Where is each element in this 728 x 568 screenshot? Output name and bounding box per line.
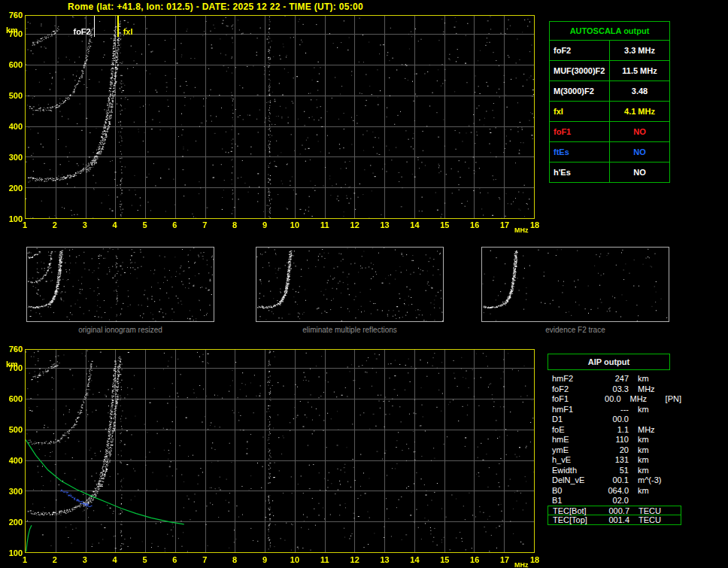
aip-row: TEC[Bot]000.7TECU bbox=[548, 506, 681, 516]
autoscala-row-value: NO bbox=[610, 142, 669, 162]
aip-row-label: foF2 bbox=[548, 384, 600, 395]
thumbnail-caption-eliminate: eliminate multiple reflections bbox=[255, 326, 444, 334]
aip-row: Ewidth51km bbox=[548, 466, 681, 476]
aip-row-unit: km bbox=[629, 374, 674, 384]
autoscala-row-label: ftEs bbox=[550, 142, 610, 162]
x-tick-label: 8 bbox=[226, 220, 244, 230]
thumbnail-evidence-canvas bbox=[482, 248, 669, 321]
y-tick-label: 760 bbox=[3, 11, 23, 20]
y-tick-label: 200 bbox=[3, 184, 23, 193]
x-tick-label: 10 bbox=[286, 555, 304, 565]
aip-row-label: B1 bbox=[548, 496, 600, 506]
aip-row-unit bbox=[629, 496, 674, 506]
aip-row-label: DelN_vE bbox=[548, 475, 600, 486]
y-tick-label: 300 bbox=[3, 153, 23, 162]
aip-row-unit: TECU bbox=[629, 515, 675, 524]
aip-row-value: 1.1 bbox=[600, 425, 629, 436]
y-tick-label: 600 bbox=[3, 60, 23, 69]
aip-row-label: hmE bbox=[548, 435, 600, 445]
aip-row-label: TEC[Top] bbox=[548, 515, 601, 524]
autoscala-row: MUF(3000)F211.5 MHz bbox=[550, 61, 669, 81]
aip-row-label: TEC[Bot] bbox=[548, 506, 601, 515]
x-tick-label: 8 bbox=[226, 555, 244, 565]
thumbnail-eliminate-canvas bbox=[256, 248, 443, 321]
fof2-marker-label: foF2 bbox=[65, 27, 91, 36]
aip-row-value: 247 bbox=[600, 374, 629, 384]
aip-row-label: h_vE bbox=[548, 455, 600, 466]
aip-row-value: 51 bbox=[600, 466, 629, 476]
y-axis-unit: km bbox=[6, 26, 18, 35]
aip-row-note bbox=[674, 425, 681, 436]
aip-row-value: --- bbox=[600, 405, 629, 415]
aip-row-note bbox=[674, 435, 681, 445]
aip-row: ymE20km bbox=[548, 445, 681, 456]
autoscala-row-label: fxI bbox=[550, 102, 610, 121]
aip-row-note bbox=[674, 445, 681, 456]
autoscala-window: Rome (lat: +41.8, lon: 012.5) - DATE: 20… bbox=[0, 0, 728, 568]
aip-row: foE1.1MHz bbox=[548, 425, 681, 436]
autoscala-row-value: NO bbox=[610, 163, 669, 182]
aip-row-unit: km bbox=[629, 405, 674, 415]
aip-row-note bbox=[674, 384, 681, 395]
x-tick-label: 3 bbox=[76, 555, 94, 565]
aip-row-unit: km bbox=[629, 466, 674, 476]
x-tick-label: 16 bbox=[466, 555, 484, 565]
aip-row-unit: km bbox=[629, 445, 674, 456]
aip-row-value: 00.0 bbox=[600, 415, 629, 425]
aip-row: B0064.0km bbox=[548, 486, 681, 497]
thumbnail-caption-original: original ionogram resized bbox=[26, 326, 215, 334]
x-tick-label: 1 bbox=[16, 220, 34, 230]
aip-row-unit: km bbox=[629, 435, 674, 445]
thumbnail-evidence-f2 bbox=[481, 247, 669, 322]
x-tick-label: 12 bbox=[346, 220, 364, 230]
autoscala-row-label: foF1 bbox=[550, 122, 610, 141]
autoscala-row-label: h'Es bbox=[550, 163, 610, 182]
autoscala-row: fxI4.1 MHz bbox=[550, 102, 669, 122]
aip-row-note bbox=[674, 405, 681, 415]
y-tick-label: 760 bbox=[3, 345, 23, 354]
thumbnail-eliminate-reflections bbox=[256, 247, 444, 322]
y-tick-label: 500 bbox=[3, 425, 23, 434]
autoscala-output-panel: AUTOSCALA output foF23.3 MHzMUF(3000)F21… bbox=[549, 21, 670, 183]
aip-row-label: Ewidth bbox=[548, 466, 600, 476]
aip-row: hmF1---km bbox=[548, 405, 681, 415]
autoscala-row-value: 4.1 MHz bbox=[610, 102, 669, 121]
aip-row-value: 000.7 bbox=[601, 506, 629, 515]
thumbnail-original-canvas bbox=[27, 248, 214, 321]
aip-row-unit: m^(-3) bbox=[629, 475, 674, 486]
aip-row-note bbox=[675, 506, 681, 515]
aip-row-unit: MHz bbox=[621, 394, 663, 405]
aip-row-note bbox=[674, 374, 681, 384]
aip-row-unit: MHz bbox=[629, 384, 674, 395]
x-tick-label: 15 bbox=[435, 220, 453, 230]
aip-row: D100.0 bbox=[548, 415, 681, 425]
x-tick-label: 7 bbox=[196, 220, 214, 230]
ionogram-top-canvas bbox=[26, 16, 534, 218]
autoscala-row: M(3000)F23.48 bbox=[550, 81, 669, 102]
aip-row-label: foE bbox=[548, 425, 600, 436]
aip-row-note bbox=[674, 455, 681, 466]
x-tick-label: 5 bbox=[136, 220, 154, 230]
autoscala-row-value: NO bbox=[610, 122, 669, 141]
aip-row-value: 00.0 bbox=[595, 394, 620, 405]
aip-row-value: 064.0 bbox=[600, 486, 629, 497]
ionogram-bottom-canvas bbox=[26, 350, 534, 552]
aip-row-value: 20 bbox=[600, 445, 629, 456]
aip-row-note bbox=[675, 515, 681, 524]
x-tick-label: 14 bbox=[405, 220, 423, 230]
autoscala-rows: foF23.3 MHzMUF(3000)F211.5 MHzM(3000)F23… bbox=[550, 41, 669, 182]
x-tick-label: 13 bbox=[376, 555, 394, 565]
x-tick-label: 14 bbox=[405, 555, 423, 565]
autoscala-row-label: M(3000)F2 bbox=[550, 81, 610, 101]
aip-row: foF203.3MHz bbox=[548, 384, 681, 395]
y-tick-label: 500 bbox=[3, 91, 23, 100]
autoscala-row: h'EsNO bbox=[550, 163, 669, 182]
x-tick-label: 2 bbox=[46, 555, 64, 565]
thumbnail-original-ionogram bbox=[26, 247, 214, 322]
autoscala-row: foF23.3 MHz bbox=[550, 41, 669, 61]
x-tick-label: 4 bbox=[106, 555, 124, 565]
x-tick-label: 4 bbox=[106, 220, 124, 230]
aip-row-label: D1 bbox=[548, 415, 600, 425]
aip-row-note bbox=[674, 496, 681, 506]
autoscala-row: ftEsNO bbox=[550, 142, 669, 163]
